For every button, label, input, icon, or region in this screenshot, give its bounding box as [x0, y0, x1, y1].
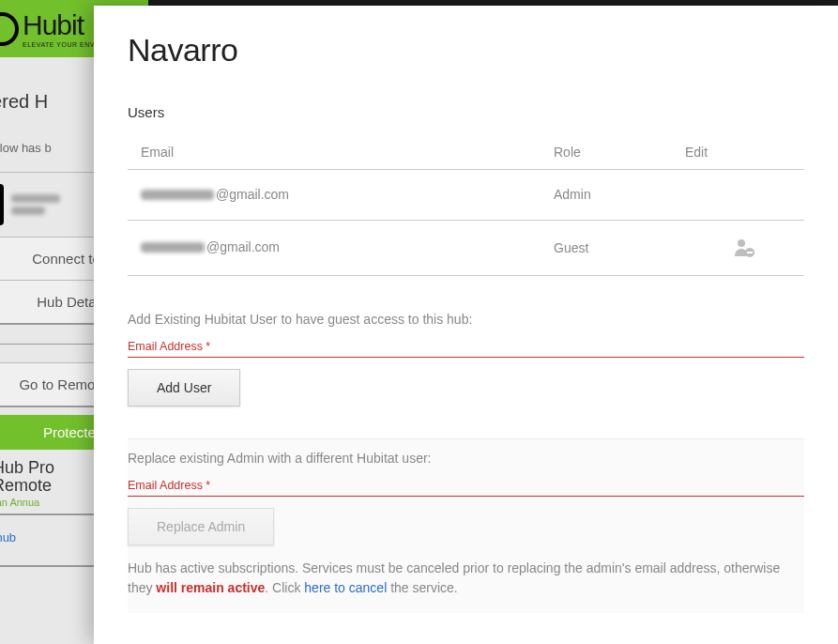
- col-role-header: Role: [541, 133, 672, 169]
- hub-name-redacted: [11, 186, 60, 223]
- sidebar-heading: gistered H: [0, 57, 94, 124]
- replace-admin-email-label: Email Address *: [128, 479, 804, 496]
- warn-mid: . Click: [265, 580, 304, 595]
- remove-user-icon[interactable]: [733, 238, 755, 258]
- sidebar-desc: hub below has b: [0, 124, 94, 172]
- sidebar-protected-badge: Protected: [0, 415, 94, 450]
- hub-icon: [0, 184, 4, 225]
- user-email: @gmail.com: [128, 222, 541, 272]
- logo-brand: Hubit: [23, 9, 95, 41]
- sidebar: gistered H hub below has b Connect to H …: [0, 57, 94, 644]
- logo-tagline: ELEVATE YOUR ENV: [23, 41, 95, 48]
- add-user-email-input[interactable]: [128, 357, 804, 358]
- email-suffix: @gmail.com: [206, 239, 280, 254]
- hubprotect-line1: Hub Pro: [0, 459, 54, 477]
- logo-icon: [0, 12, 19, 46]
- email-suffix: @gmail.com: [216, 187, 289, 202]
- add-user-desc: Add Existing Hubitat User to have guest …: [128, 312, 804, 327]
- modal-title: Navarro: [128, 32, 804, 69]
- sidebar-hubprotect: Hub Pro Remote: [0, 450, 94, 497]
- sidebar-btn-remote[interactable]: Go to Remote Ad: [0, 362, 94, 407]
- add-user-email-label: Email Address *: [128, 340, 804, 357]
- modal: Navarro Users Email Role Edit @gmail.com…: [94, 6, 838, 644]
- replace-admin-email-input[interactable]: [128, 496, 804, 497]
- replace-admin-warning: Hub has active subscriptions. Services m…: [128, 559, 804, 598]
- replace-admin-desc: Replace existing Admin with a different …: [128, 451, 804, 466]
- warn-suffix: the service.: [387, 580, 457, 595]
- users-section-title: Users: [128, 104, 804, 120]
- replace-admin-button: Replace Admin: [128, 508, 274, 545]
- hubprotect-sub: ve With an Annua: [0, 497, 94, 508]
- svg-rect-5: [747, 252, 753, 253]
- table-header-row: Email Role Edit: [128, 133, 804, 170]
- col-email-header: Email: [128, 133, 541, 169]
- sidebar-btn-details[interactable]: Hub Details: [0, 281, 94, 325]
- cancel-service-link[interactable]: here to cancel: [304, 580, 387, 595]
- table-row: @gmail.com Guest: [128, 221, 804, 276]
- user-email: @gmail.com: [128, 170, 541, 220]
- hubprotect-line2: Remote: [0, 477, 54, 495]
- user-role: Admin: [541, 170, 672, 219]
- sidebar-btn-connect[interactable]: Connect to H: [0, 238, 94, 281]
- user-role: Guest: [541, 223, 672, 272]
- table-row: @gmail.com Admin: [128, 170, 804, 221]
- users-table: Email Role Edit @gmail.com Admin @gmail.…: [128, 133, 804, 276]
- warn-highlight: will remain active: [156, 580, 265, 595]
- col-edit-header: Edit: [672, 133, 803, 169]
- svg-point-3: [738, 239, 745, 247]
- deregister-hub-link[interactable]: gister hub: [0, 515, 94, 560]
- add-user-button[interactable]: Add User: [128, 369, 240, 406]
